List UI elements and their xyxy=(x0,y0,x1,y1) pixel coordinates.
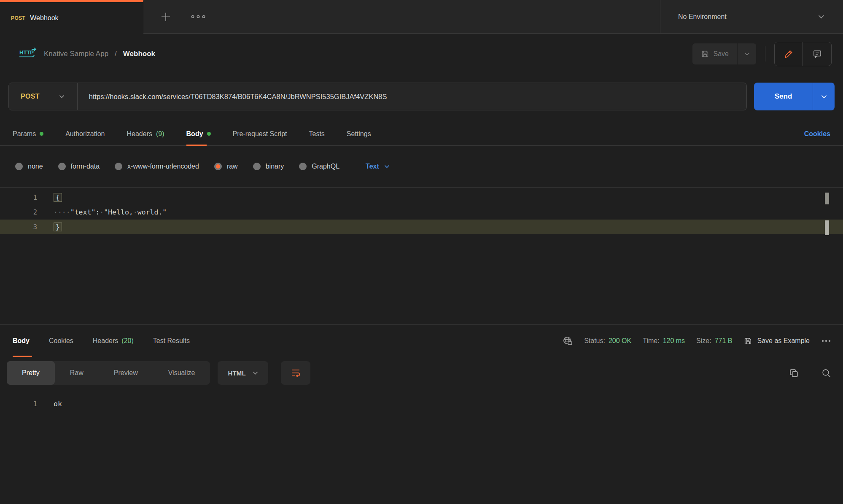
copy-response-icon[interactable] xyxy=(789,368,799,378)
view-preview[interactable]: Preview xyxy=(99,361,153,385)
tab-settings[interactable]: Settings xyxy=(347,122,371,145)
size-label: Size: xyxy=(696,337,711,345)
save-as-example-button[interactable]: Save as Example xyxy=(743,337,810,346)
status-badge: Status: 200 OK xyxy=(584,337,631,345)
raw-format-label: Text xyxy=(366,163,379,170)
save-disk-icon xyxy=(701,50,709,58)
tab-title-label: Webhook xyxy=(30,14,58,22)
body-dot-indicator xyxy=(207,132,211,136)
request-body-editor[interactable]: 1 { 2 ····"text":·"Hello,·world." 3 } xyxy=(0,188,843,324)
tab-params[interactable]: Params xyxy=(13,122,43,145)
header-separator xyxy=(765,46,765,62)
environment-selector[interactable]: No Environment xyxy=(660,0,843,34)
tab-headers[interactable]: Headers (9) xyxy=(127,122,164,145)
send-options-chevron-icon[interactable] xyxy=(813,83,835,110)
wrap-lines-icon[interactable] xyxy=(281,361,310,385)
breadcrumb-collection[interactable]: Knative Sample App xyxy=(44,50,108,58)
response-text: ok xyxy=(54,400,62,408)
response-tab-cookies[interactable]: Cookies xyxy=(49,325,73,357)
code-text: ····"text":·"Hello,·world." xyxy=(54,208,167,216)
app-window: POST Webhook No Environment HTTP xyxy=(0,0,843,504)
save-disk-icon xyxy=(743,337,752,346)
svg-text:HTTP: HTTP xyxy=(19,49,34,56)
body-type-graphql[interactable]: GraphQL xyxy=(299,163,339,170)
raw-format-dropdown[interactable]: Text xyxy=(366,163,390,170)
body-type-form-data[interactable]: form-data xyxy=(58,163,100,170)
response-format-dropdown[interactable]: HTML xyxy=(218,361,268,385)
overview-ruler-mark xyxy=(825,193,829,204)
time-value: 120 ms xyxy=(663,337,685,345)
tab-pre-request-script[interactable]: Pre-request Script xyxy=(233,122,287,145)
response-tab-body[interactable]: Body xyxy=(13,325,30,357)
method-label: POST xyxy=(21,93,40,100)
request-tab[interactable]: POST Webhook xyxy=(0,0,143,34)
tab-tests-label: Tests xyxy=(309,130,325,138)
view-pretty[interactable]: Pretty xyxy=(7,361,55,385)
method-dropdown[interactable]: POST xyxy=(9,83,77,110)
view-visualize[interactable]: Visualize xyxy=(153,361,210,385)
time-badge: Time: 120 ms xyxy=(643,337,685,345)
radio-none-icon xyxy=(15,163,23,170)
save-as-example-label: Save as Example xyxy=(757,337,810,345)
globe-lock-icon[interactable] xyxy=(563,336,573,346)
line-number: 3 xyxy=(0,223,37,231)
cookies-link[interactable]: Cookies xyxy=(804,130,830,138)
overview-ruler-mark xyxy=(825,220,829,235)
response-tab-headers[interactable]: Headers (20) xyxy=(93,325,134,357)
radio-urlencoded-icon xyxy=(115,163,122,170)
edit-pencil-icon[interactable] xyxy=(775,42,803,66)
tab-bar: POST Webhook No Environment xyxy=(0,0,843,34)
url-box: POST https://hooks.slack.com/services/T0… xyxy=(8,83,747,110)
size-badge: Size: 771 B xyxy=(696,337,732,345)
response-tab-cookies-label: Cookies xyxy=(49,337,73,345)
view-raw[interactable]: Raw xyxy=(55,361,99,385)
response-more-options-icon[interactable] xyxy=(821,339,831,343)
response-tabs: Body Cookies Headers (20) Test Results xyxy=(13,325,190,357)
tab-body[interactable]: Body xyxy=(186,122,211,145)
breadcrumb-request-name[interactable]: Webhook xyxy=(123,50,155,58)
save-options-chevron-icon[interactable] xyxy=(738,43,756,64)
new-tab-plus-icon[interactable] xyxy=(160,11,171,22)
body-type-none[interactable]: none xyxy=(15,163,43,170)
save-button[interactable]: Save xyxy=(692,43,737,64)
chevron-down-icon xyxy=(818,15,824,19)
headers-count: (9) xyxy=(156,130,164,138)
line-number: 2 xyxy=(0,209,37,216)
editor-line-3-current: 3 } xyxy=(0,220,843,234)
response-tab-test-results[interactable]: Test Results xyxy=(153,325,190,357)
breadcrumb-separator: / xyxy=(115,50,117,58)
radio-binary-icon xyxy=(253,163,261,170)
body-type-urlencoded[interactable]: x-www-form-urlencoded xyxy=(115,163,199,170)
tab-settings-label: Settings xyxy=(347,130,371,138)
size-value: 771 B xyxy=(715,337,733,345)
tab-more-options-icon[interactable] xyxy=(191,14,206,19)
response-toolbar-right xyxy=(789,368,831,378)
body-type-raw[interactable]: raw xyxy=(214,163,238,170)
line-number: 1 xyxy=(0,194,37,201)
send-button[interactable]: Send xyxy=(754,83,813,110)
send-split-button: Send xyxy=(754,83,835,110)
body-type-none-label: none xyxy=(28,163,43,170)
body-type-binary[interactable]: binary xyxy=(253,163,284,170)
time-label: Time: xyxy=(643,337,659,345)
search-response-icon[interactable] xyxy=(821,368,831,378)
close-brace: } xyxy=(54,223,62,231)
tab-actions xyxy=(143,0,660,34)
response-tab-headers-label: Headers xyxy=(93,337,118,345)
body-type-binary-label: binary xyxy=(266,163,284,170)
tab-authorization-label: Authorization xyxy=(65,130,105,138)
request-url-row: POST https://hooks.slack.com/services/T0… xyxy=(0,83,843,110)
http-request-icon: HTTP xyxy=(19,47,38,61)
comments-icon[interactable] xyxy=(803,42,831,66)
radio-graphql-icon xyxy=(299,163,307,170)
response-section: Body Cookies Headers (20) Test Results xyxy=(0,324,843,504)
active-tab-underline xyxy=(13,356,32,357)
response-body-viewer[interactable]: 1 ok xyxy=(0,385,843,411)
body-type-row: none form-data x-www-form-urlencoded raw… xyxy=(0,146,843,188)
tab-body-label: Body xyxy=(186,130,203,138)
response-line-1: 1 ok xyxy=(0,397,843,411)
url-input[interactable]: https://hooks.slack.com/services/T06TD83… xyxy=(78,93,387,101)
open-brace: { xyxy=(54,193,62,202)
tab-tests[interactable]: Tests xyxy=(309,122,325,145)
tab-authorization[interactable]: Authorization xyxy=(65,122,105,145)
